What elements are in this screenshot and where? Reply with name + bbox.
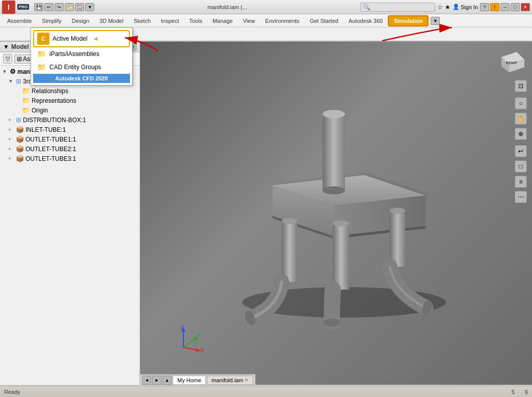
dropdown-active-model[interactable]: C Active Model ◄ [33, 30, 130, 47]
dropdown-iparts[interactable]: 📁 iParts/iAssemblies [33, 47, 130, 61]
nav-extra[interactable]: ⋯ [515, 191, 527, 203]
origin-icon: 📁 [22, 106, 30, 114]
status-ready: Ready [4, 389, 20, 395]
warning-btn[interactable]: ! [490, 3, 499, 11]
tab-assemble[interactable]: Assemble [2, 16, 37, 26]
tab-my-home[interactable]: My Home [173, 376, 206, 385]
title-text: manifold.iam (... [94, 4, 360, 10]
search-input[interactable] [371, 4, 433, 10]
title-bar-left: I PRO 💾 ↩ ↪ 📂 🏠 ▼ [2, 1, 94, 14]
tab-3dmodel[interactable]: 3D Model [94, 16, 128, 26]
nav-back[interactable]: ↩ [515, 145, 527, 157]
toolbar-redo[interactable]: ↪ [55, 3, 64, 11]
nav-zoom[interactable]: ⊕ [515, 128, 527, 140]
tab-design[interactable]: Design [67, 16, 94, 26]
cad-entity-label: CAD Entity Groups [49, 64, 101, 71]
close-btn[interactable]: ✕ [521, 3, 530, 11]
tree-item-representations[interactable]: 📁 Representations [0, 96, 140, 105]
distribution-expand[interactable]: + [8, 117, 14, 123]
nav-other[interactable]: ≡ [515, 176, 527, 188]
iparts-icon: 📁 [36, 49, 46, 59]
signin-area[interactable]: 👤 Sign In [453, 4, 478, 10]
my-home-label: My Home [177, 377, 201, 383]
root-expand[interactable]: ▼ [2, 69, 8, 74]
tab-simplify[interactable]: Simplify [37, 16, 67, 26]
toolbar-more[interactable]: ▼ [85, 3, 94, 11]
tab-environments[interactable]: Environments [260, 16, 304, 26]
help-btn[interactable]: ? [480, 3, 489, 11]
representations-icon: 📁 [22, 97, 30, 104]
pro-badge: PRO [17, 4, 29, 10]
ribbon-tabs: Assemble Simplify Design 3D Model Sketch… [0, 14, 532, 27]
view-cube[interactable]: RIGHT [496, 47, 527, 77]
tree-item-outlet3[interactable]: + 📦 OUTLET-TUBE3:1 [0, 154, 140, 163]
svg-text:Y: Y [198, 333, 201, 338]
root-icon: ⚙ [10, 68, 16, 75]
bottom-nav-right[interactable]: ► [152, 376, 162, 385]
outlet3-label: OUTLET-TUBE3:1 [25, 155, 76, 162]
nav-zoom-extents[interactable]: ⊡ [515, 80, 527, 92]
svg-point-8 [323, 186, 345, 194]
tree-item-outlet1[interactable]: + 📦 OUTLET-TUBE1:1 [0, 134, 140, 144]
outlet3-expand[interactable]: + [8, 156, 14, 161]
tab-inspect[interactable]: Inspect [156, 16, 184, 26]
cad-entity-icon: 📁 [36, 62, 46, 72]
3rdparty-expand[interactable]: ▼ [8, 78, 14, 84]
tree-item-inlet[interactable]: + 📦 INLET-TUBE:1 [0, 125, 140, 134]
search-icon: 🔍 [363, 4, 370, 11]
tree-item-origin[interactable]: 📁 Origin [0, 105, 140, 115]
bottom-nav-up[interactable]: ▲ [163, 376, 172, 385]
model-tree: ▼ ⚙ manifold.iam (LevelofDetail1) ▼ ⊞ 3r… [0, 66, 140, 385]
relationships-label: Relationships [32, 88, 68, 95]
panel-dropdown-arrow[interactable]: ▼ [3, 43, 9, 50]
tab-getstarted[interactable]: Get Started [305, 16, 343, 26]
status-right: 5 6 [512, 389, 528, 395]
nav-pan[interactable]: ✋ [515, 112, 527, 125]
model-area [140, 42, 532, 370]
relationships-icon: 📁 [22, 87, 30, 95]
outlet1-expand[interactable]: + [8, 136, 14, 142]
outlet2-expand[interactable]: + [8, 146, 14, 152]
filter-button[interactable]: ▽ [3, 54, 12, 64]
svg-text:Z: Z [181, 325, 184, 330]
main-area: ▼ Model ─ □ ✕ ? ▽ ⊞ Assembly View ▼ 👥 [0, 42, 532, 385]
toolbar-save[interactable]: 💾 [34, 3, 43, 11]
svg-rect-12 [333, 223, 349, 290]
ribbon-expand[interactable]: ▼ [431, 17, 440, 25]
title-bar: I PRO 💾 ↩ ↪ 📂 🏠 ▼ manifold.iam (... 🔍 ☆ … [0, 0, 532, 14]
tab-autodesk360[interactable]: Autodesk 360 [343, 16, 388, 26]
toolbar-home[interactable]: 🏠 [75, 3, 84, 11]
toolbar-undo[interactable]: ↩ [44, 3, 54, 11]
tab-view[interactable]: View [238, 16, 260, 26]
outlet2-icon: 📦 [16, 145, 24, 153]
tab-close-icon[interactable]: ✕ [245, 378, 249, 383]
maximize-btn[interactable]: □ [511, 3, 520, 11]
inlet-expand[interactable]: + [8, 127, 14, 132]
viewport[interactable]: RIGHT ⊡ ○ ✋ ⊕ ↩ □ ≡ ⋯ [140, 42, 532, 385]
minimize-btn[interactable]: ─ [500, 3, 510, 11]
toolbar-open[interactable]: 📂 [65, 3, 74, 11]
dropdown-cad-entity[interactable]: 📁 CAD Entity Groups [33, 61, 130, 74]
tab-sketch[interactable]: Sketch [128, 16, 156, 26]
tree-item-outlet2[interactable]: + 📦 OUTLET-TUBE2:1 [0, 144, 140, 154]
dropdown-popup: C Active Model ◄ 📁 iParts/iAssemblies 📁 … [31, 27, 132, 86]
tab-manifold[interactable]: manifold.iam ✕ [207, 376, 253, 385]
assembly-view-icon: ⊞ [17, 55, 22, 63]
svg-text:RIGHT: RIGHT [506, 61, 518, 65]
tab-tools[interactable]: Tools [184, 16, 207, 26]
bottom-tabs: ◄ ► ▲ My Home manifold.iam ✕ [140, 374, 255, 386]
bottom-nav-left[interactable]: ◄ [142, 376, 151, 385]
status-num1: 5 [512, 389, 515, 395]
tree-item-distribution[interactable]: + ⊞ DISTRIBUTION-BOX:1 [0, 115, 140, 125]
tree-item-relationships[interactable]: 📁 Relationships [0, 86, 140, 96]
tab-manage[interactable]: Manage [207, 16, 238, 26]
outlet1-icon: 📦 [16, 135, 24, 143]
svg-point-10 [282, 218, 297, 224]
status-num2: 6 [525, 389, 528, 395]
nav-orbit[interactable]: ○ [515, 97, 527, 109]
tab-simulation[interactable]: Simulation [388, 15, 429, 26]
nav-forward[interactable]: □ [515, 160, 527, 173]
axes-indicator: Z Y X [171, 325, 206, 357]
3rdparty-icon: ⊞ [16, 77, 21, 85]
svg-point-14 [324, 319, 340, 327]
